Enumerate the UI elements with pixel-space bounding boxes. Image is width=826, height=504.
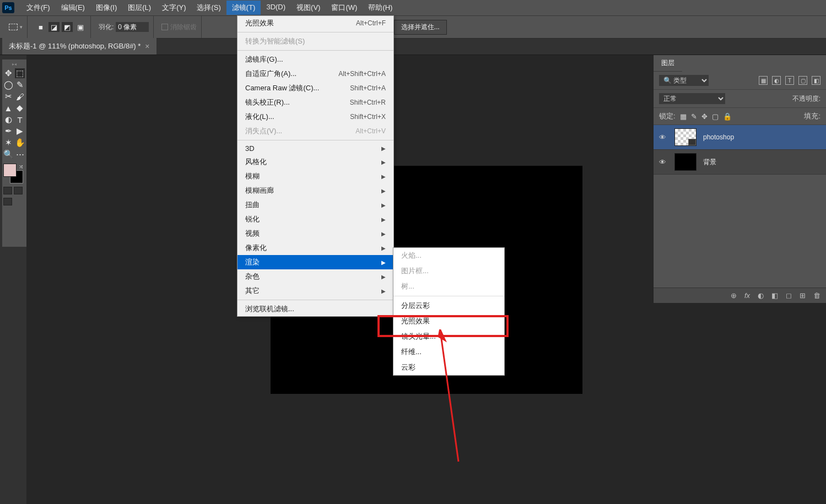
- filter-type-icon[interactable]: T: [785, 76, 794, 85]
- filter-menu-item[interactable]: Camera Raw 滤镜(C)...Shift+Ctrl+A: [237, 81, 393, 95]
- hand-tool[interactable]: ✋: [15, 138, 25, 148]
- layer-thumbnail[interactable]: [674, 153, 697, 171]
- layers-panel: 图层 🔍 类型 ▦ ◐ T ▢ ◧ 正常 不透明度: 锁定: ▦ ✎ ✥ ▢ 🔒…: [653, 55, 826, 303]
- adjustment-layer-icon[interactable]: ◧: [771, 291, 778, 300]
- filter-menu-item[interactable]: 扭曲▶: [237, 198, 393, 212]
- quickmask-icon[interactable]: [3, 187, 12, 194]
- filter-smart-icon[interactable]: ◧: [812, 76, 820, 85]
- menu-t[interactable]: 滤镜(T): [226, 1, 261, 15]
- swap-colors-icon[interactable]: ⤭: [19, 164, 23, 170]
- filter-menu-item[interactable]: 滤镜库(G)...: [237, 52, 393, 67]
- render-submenu-item[interactable]: 镜头光晕...: [393, 329, 504, 344]
- shape-tool[interactable]: ✶: [3, 138, 13, 148]
- selection-new-icon[interactable]: ■: [35, 22, 46, 32]
- link-layers-icon[interactable]: ⊕: [731, 291, 737, 300]
- layer-thumbnail[interactable]: [674, 128, 697, 146]
- visibility-icon[interactable]: 👁: [659, 133, 668, 141]
- document-tab[interactable]: 未标题-1 @ 111% (photoshop, RGB/8#) * ×: [2, 38, 156, 55]
- filter-menu-item[interactable]: 浏览联机滤镜...: [237, 302, 393, 316]
- menu-f[interactable]: 文件(F): [21, 1, 56, 15]
- layer-fx-icon[interactable]: fx: [744, 291, 750, 300]
- layers-panel-tab[interactable]: 图层: [654, 55, 682, 72]
- layer-kind-filter[interactable]: 🔍 类型: [659, 75, 709, 86]
- lasso-tool[interactable]: ◯: [3, 80, 13, 90]
- new-layer-icon[interactable]: ⊞: [800, 291, 806, 300]
- filter-menu-item[interactable]: 杂色▶: [237, 269, 393, 284]
- filter-menu-item[interactable]: 3D▶: [237, 142, 393, 155]
- layer-item[interactable]: 👁photoshop: [654, 125, 826, 150]
- stamp-tool[interactable]: ▲: [3, 103, 13, 113]
- close-tab-icon[interactable]: ×: [145, 42, 149, 50]
- selection-add-icon[interactable]: ◪: [48, 22, 60, 32]
- marquee-tool[interactable]: ⬚: [15, 68, 25, 78]
- move-tool[interactable]: ✥: [3, 68, 13, 78]
- color-swatches[interactable]: ⤭: [3, 164, 23, 183]
- lock-label: 锁定:: [659, 111, 676, 121]
- blend-mode-select[interactable]: 正常: [659, 93, 725, 104]
- render-submenu-item[interactable]: 纤维...: [393, 344, 504, 360]
- filter-adjust-icon[interactable]: ◐: [772, 76, 781, 85]
- filter-menu-item[interactable]: 光照效果Alt+Ctrl+F: [237, 16, 393, 30]
- delete-layer-icon[interactable]: 🗑: [813, 291, 820, 300]
- lock-artboard-icon[interactable]: ▢: [712, 112, 719, 121]
- marquee-tool-icon: [9, 24, 18, 30]
- group-icon[interactable]: ◻: [786, 291, 792, 300]
- filter-menu-item[interactable]: 模糊▶: [237, 169, 393, 183]
- foreground-color-swatch[interactable]: [3, 164, 17, 177]
- filter-menu-item[interactable]: 自适应广角(A)...Alt+Shift+Ctrl+A: [237, 67, 393, 81]
- filter-menu-item[interactable]: 其它▶: [237, 284, 393, 298]
- render-submenu-item[interactable]: 分层云彩: [393, 298, 504, 313]
- lock-pixel-icon[interactable]: ✥: [701, 112, 708, 121]
- crop-tool[interactable]: ✂: [3, 91, 13, 101]
- filter-menu-item[interactable]: 液化(L)...Shift+Ctrl+X: [237, 110, 393, 124]
- gradient-tool[interactable]: ◐: [3, 115, 13, 124]
- filter-menu-item[interactable]: 风格化▶: [237, 155, 393, 169]
- render-submenu-item: 火焰...: [393, 248, 504, 263]
- selection-subtract-icon[interactable]: ◩: [62, 22, 73, 32]
- options-bar: ▾ ■ ◪ ◩ ▣ 羽化: 消除锯齿 高度: 选择并遮住...: [0, 15, 826, 39]
- zoom-tool[interactable]: 🔍: [3, 149, 13, 159]
- render-submenu-item[interactable]: 云彩: [393, 360, 504, 375]
- select-and-mask-button[interactable]: 选择并遮住...: [394, 20, 447, 35]
- quick-select-tool[interactable]: ✎: [15, 80, 25, 90]
- eraser-tool[interactable]: ◆: [15, 103, 25, 113]
- brush-tool[interactable]: 🖌: [15, 91, 25, 101]
- filter-menu-item[interactable]: 镜头校正(R)...Shift+Ctrl+R: [237, 95, 393, 110]
- menu-e[interactable]: 编辑(E): [56, 1, 90, 15]
- filter-menu-item[interactable]: 模糊画廊▶: [237, 183, 393, 198]
- render-submenu-item[interactable]: 光照效果: [393, 313, 504, 329]
- lock-all-icon[interactable]: ▦: [680, 112, 687, 121]
- layer-item[interactable]: 👁背景: [654, 150, 826, 175]
- opacity-label: 不透明度:: [792, 94, 820, 104]
- toolbox: ▸◂ ✥⬚ ◯✎ ✂🖌 ▲◆ ◐T ✒▶ ✶✋ 🔍⋯ ⤭: [2, 59, 26, 247]
- layer-mask-icon[interactable]: ◐: [758, 291, 764, 300]
- feather-input[interactable]: [116, 22, 149, 32]
- filter-menu-item[interactable]: 视频▶: [237, 226, 393, 241]
- menu-i[interactable]: 图像(I): [90, 1, 122, 15]
- layers-list: 👁photoshop👁背景: [654, 125, 826, 175]
- menu-v[interactable]: 视图(V): [291, 1, 326, 15]
- visibility-icon[interactable]: 👁: [659, 158, 668, 166]
- menu-s[interactable]: 选择(S): [191, 1, 226, 15]
- antialias-checkbox[interactable]: [161, 24, 168, 30]
- misc-icon-1[interactable]: [3, 198, 12, 205]
- filter-menu-item[interactable]: 像素化▶: [237, 241, 393, 255]
- lock-pos-icon[interactable]: ✎: [691, 112, 697, 121]
- path-select-tool[interactable]: ▶: [15, 126, 25, 136]
- extra-tool[interactable]: ⋯: [15, 149, 25, 159]
- fill-label: 填充:: [804, 111, 820, 121]
- lock-icon[interactable]: 🔒: [723, 112, 732, 121]
- menu-dd[interactable]: 3D(D): [261, 1, 291, 15]
- menu-w[interactable]: 窗口(W): [326, 1, 363, 15]
- type-tool[interactable]: T: [15, 115, 25, 124]
- filter-shape-icon[interactable]: ▢: [798, 76, 807, 85]
- menu-l[interactable]: 图层(L): [122, 1, 156, 15]
- screenmode-icon[interactable]: [14, 187, 23, 194]
- menu-h[interactable]: 帮助(H): [363, 1, 398, 15]
- menu-y[interactable]: 文字(Y): [156, 1, 191, 15]
- selection-intersect-icon[interactable]: ▣: [75, 22, 86, 32]
- filter-menu-item[interactable]: 锐化▶: [237, 212, 393, 226]
- filter-pixel-icon[interactable]: ▦: [759, 76, 768, 85]
- filter-menu-item[interactable]: 渲染▶: [237, 255, 393, 269]
- pen-tool[interactable]: ✒: [3, 126, 13, 136]
